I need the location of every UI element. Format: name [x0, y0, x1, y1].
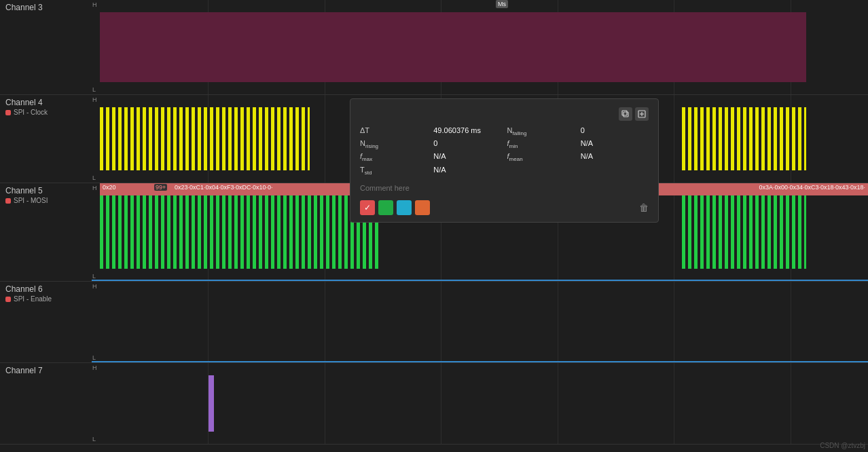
channel-5-sublabel: SPI - MOSI — [5, 197, 86, 204]
ch5-data-text4: 0x3A·0x00·0x34·0xC3·0x18·0x43·0x18· — [759, 184, 865, 191]
ch5-bottom-line — [92, 280, 868, 281]
channel-6-track[interactable]: H L — [92, 282, 868, 362]
color-buttons: ✓ — [360, 200, 430, 215]
stat-fmax-value: N/A — [433, 152, 501, 162]
ch5-hl: H L — [92, 183, 100, 281]
ch3-waveform-block — [100, 12, 806, 82]
stat-fmin-value: N/A — [581, 139, 649, 149]
stat-nfalling-value: 0 — [581, 126, 649, 136]
channel-4-sublabel: SPI - Clock — [5, 109, 86, 116]
svg-rect-0 — [623, 112, 628, 117]
channel-4-label: Channel 4 SPI - Clock — [0, 95, 92, 183]
channel-6-sublabel: SPI - Enable — [5, 295, 86, 303]
ch7-pulse — [209, 375, 214, 432]
stat-fmean-label: fmean — [507, 152, 575, 162]
channel-5-name: Channel 5 — [5, 186, 86, 195]
channel-7-row: Channel 7 H L — [0, 363, 868, 445]
ch6-bottom-line — [92, 361, 868, 362]
stat-fmin-label: fmin — [507, 139, 575, 149]
stat-fmean-value: N/A — [581, 152, 649, 162]
popup-footer: ✓ 🗑 — [360, 200, 649, 215]
ch5-pulses-right — [682, 195, 806, 269]
channel-4-name: Channel 4 — [5, 98, 86, 107]
ch5-dot — [5, 198, 11, 204]
color-check-button[interactable]: ✓ — [360, 200, 375, 215]
popup-header — [360, 107, 649, 121]
ch5-pulses-left — [100, 195, 379, 269]
ch4-hl: H L — [92, 95, 100, 183]
ch7-hl: H L — [92, 363, 100, 444]
popup-copy-button[interactable] — [619, 107, 632, 121]
timeline-container: Ms Channel 3 H L Channel 4 SP — [0, 0, 868, 452]
channel-7-track[interactable]: H L — [92, 363, 868, 444]
stat-delta-t-value: 49.060376 ms — [433, 126, 501, 136]
popup-export-button[interactable] — [635, 107, 649, 121]
channel-6-label: Channel 6 SPI - Enable — [0, 282, 92, 362]
ch4-pulses-right — [682, 107, 806, 170]
stat-nfalling-label: Nfalling — [507, 126, 575, 136]
stat-nrising-value: 0 — [433, 139, 501, 149]
ch6-hl: H L — [92, 282, 100, 362]
ch5-data-text2: 99+ — [154, 184, 167, 191]
popup-comment-input[interactable] — [360, 183, 649, 193]
color-cyan-button[interactable] — [397, 200, 412, 215]
ch3-hl: H L — [92, 0, 100, 94]
watermark: CSDN @ztvzbj — [820, 442, 865, 449]
popup-delete-button[interactable]: 🗑 — [639, 202, 649, 213]
svg-rect-1 — [622, 111, 627, 115]
measurement-popup: ΔT 49.060376 ms Nfalling 0 Nrising 0 fmi… — [350, 98, 659, 223]
stat-delta-t-label: ΔT — [360, 126, 428, 136]
color-orange-button[interactable] — [415, 200, 430, 215]
channel-3-name: Channel 3 — [5, 3, 86, 12]
stat-fmax-label: fmax — [360, 152, 428, 162]
ch5-data-text1: 0x20 — [103, 184, 116, 191]
time-marker: Ms — [496, 0, 508, 8]
ch6-sublabel-text: SPI - Enable — [14, 295, 52, 303]
stat-tstd-label: Tstd — [360, 166, 428, 176]
ch4-sublabel-text: SPI - Clock — [14, 109, 48, 116]
channel-3-label: Channel 3 — [0, 0, 92, 94]
channel-5-label: Channel 5 SPI - MOSI — [0, 183, 92, 281]
channel-6-row: Channel 6 SPI - Enable H L — [0, 282, 868, 363]
channel-7-label: Channel 7 — [0, 363, 92, 444]
popup-stats: ΔT 49.060376 ms Nfalling 0 Nrising 0 fmi… — [360, 126, 649, 176]
channel-7-name: Channel 7 — [5, 366, 86, 375]
stat-nrising-label: Nrising — [360, 139, 428, 149]
ch4-dot — [5, 110, 11, 115]
ch5-data-text3: 0x23·0xC1·0x04·0xF3·0xDC·0x10·0· — [175, 184, 273, 191]
channel-3-row: Channel 3 H L — [0, 0, 868, 95]
channel-6-name: Channel 6 — [5, 284, 86, 294]
ch5-sublabel-text: SPI - MOSI — [14, 197, 48, 204]
ch6-dot — [5, 297, 11, 302]
ch4-pulses-left: // Generate yellow pulses — [100, 107, 310, 170]
stat-tstd-value: N/A — [433, 166, 501, 176]
channel-3-track[interactable]: H L — [92, 0, 868, 94]
color-green-button[interactable] — [378, 200, 393, 215]
